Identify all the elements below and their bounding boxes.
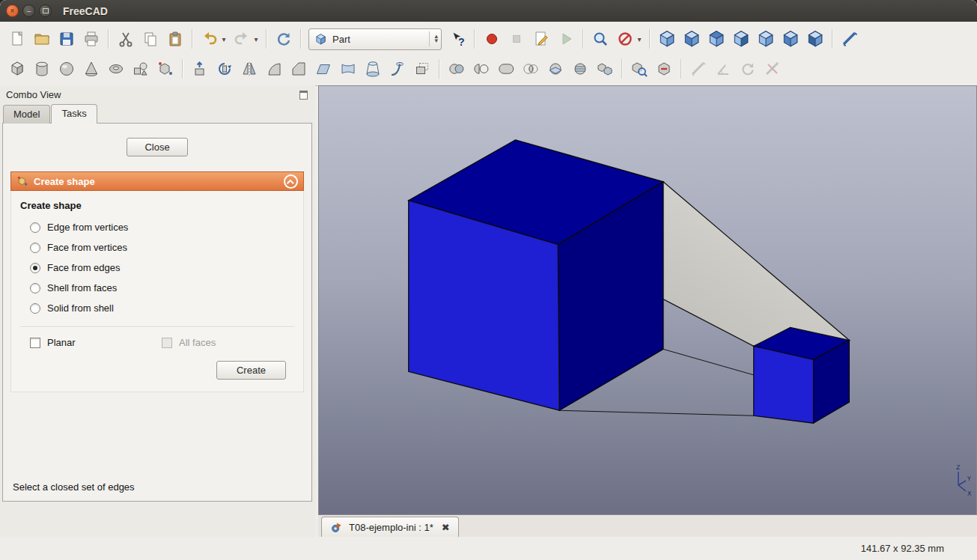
toolbar-separator: [582, 29, 583, 49]
boolean-button[interactable]: [444, 57, 469, 81]
window-maximize-button[interactable]: [39, 4, 52, 17]
view-rear-button[interactable]: [753, 27, 778, 51]
create-shape-section-header[interactable]: Create shape: [10, 171, 304, 191]
print-button[interactable]: [79, 27, 103, 51]
close-document-icon[interactable]: ✖: [442, 522, 450, 533]
collapse-section-icon[interactable]: [284, 174, 298, 189]
sweep-button[interactable]: [385, 57, 410, 81]
view-front-button[interactable]: [679, 27, 704, 51]
new-document-button[interactable]: [4, 27, 29, 51]
chamfer-button[interactable]: [286, 57, 311, 81]
fit-all-button[interactable]: [588, 27, 612, 51]
cut-boolean-icon: [472, 60, 490, 78]
measure-refresh-button[interactable]: [735, 57, 760, 81]
macro-edit-button[interactable]: [529, 27, 553, 51]
draw-style-button[interactable]: [612, 27, 637, 51]
window-minimize-button[interactable]: –: [22, 4, 35, 17]
draw-style-dropdown[interactable]: ▾: [635, 35, 644, 43]
radio-face-from-vertices[interactable]: Face from vertices: [20, 237, 294, 258]
undo-icon: [201, 30, 219, 48]
copy-button[interactable]: [138, 27, 162, 51]
loft-button[interactable]: [360, 57, 385, 81]
document-tab[interactable]: T08-ejemplo-ini : 1* ✖: [321, 517, 459, 537]
paste-button[interactable]: [162, 27, 187, 51]
save-button[interactable]: [54, 27, 79, 51]
3d-viewport[interactable]: Z Y X: [318, 85, 977, 515]
radio-icon: [30, 243, 40, 253]
redo-button[interactable]: [229, 27, 254, 51]
tab-model[interactable]: Model: [3, 105, 50, 124]
close-task-button[interactable]: Close: [127, 138, 187, 156]
toolbar-separator: [649, 29, 650, 49]
macro-execute-button[interactable]: [553, 27, 578, 51]
offset-button[interactable]: [410, 57, 434, 81]
radio-edge-from-vertices[interactable]: Edge from vertices: [20, 217, 294, 237]
sphere-button[interactable]: [54, 57, 79, 81]
small-cube-front-face[interactable]: [754, 346, 814, 423]
macro-record-button[interactable]: [479, 27, 504, 51]
macro-edit-icon: [532, 30, 550, 48]
measure-distance-button[interactable]: [837, 27, 862, 51]
measure-angular-button[interactable]: [710, 57, 735, 81]
all-faces-checkbox[interactable]: All faces: [162, 337, 293, 348]
planar-checkbox[interactable]: Planar: [30, 337, 162, 348]
measure-angular-icon: [714, 60, 732, 78]
refresh-button[interactable]: [271, 27, 296, 51]
check-geometry-button[interactable]: [627, 57, 651, 81]
standard-toolbar: ▾ ▾ Part ▴▾ ? ▾: [4, 25, 977, 53]
open-folder-icon: [33, 30, 51, 48]
macro-stop-button[interactable]: [504, 27, 529, 51]
view-top-button[interactable]: [704, 27, 728, 51]
task-section-title: Create shape: [34, 176, 95, 187]
section-button[interactable]: [543, 57, 567, 81]
extrude-button[interactable]: [187, 57, 212, 81]
fillet-button[interactable]: [261, 57, 286, 81]
create-button[interactable]: Create: [216, 361, 286, 380]
ruled-surface-button[interactable]: [335, 57, 360, 81]
defeaturing-button[interactable]: [651, 57, 676, 81]
undo-dropdown[interactable]: ▾: [219, 35, 228, 43]
revolve-button[interactable]: [212, 57, 237, 81]
open-button[interactable]: [29, 27, 54, 51]
radio-face-from-edges[interactable]: Face from edges: [20, 258, 294, 278]
stop-icon: [508, 30, 526, 48]
create-primitives-button[interactable]: [128, 57, 153, 81]
radio-icon: [30, 303, 40, 314]
union-button[interactable]: [493, 57, 518, 81]
workbench-spinner[interactable]: ▴▾: [429, 31, 438, 46]
make-face-button[interactable]: [311, 57, 335, 81]
axis-x-label: X: [967, 490, 972, 497]
cross-sections-button[interactable]: [567, 57, 592, 81]
view-isometric-button[interactable]: [654, 27, 679, 51]
workbench-selector[interactable]: Part ▴▾: [308, 28, 442, 50]
float-panel-button[interactable]: [298, 89, 309, 100]
view-bottom-icon: [781, 29, 800, 49]
create-primitives-icon: [132, 60, 150, 78]
make-compound-button[interactable]: [592, 57, 617, 81]
box-button[interactable]: [4, 57, 29, 81]
view-bottom-button[interactable]: [778, 27, 803, 51]
cylinder-button[interactable]: [29, 57, 54, 81]
tab-tasks[interactable]: Tasks: [51, 104, 97, 124]
mirror-button[interactable]: [237, 57, 261, 81]
radio-shell-from-faces[interactable]: Shell from faces: [20, 278, 294, 298]
window-close-button[interactable]: ×: [6, 4, 19, 17]
3d-scene: Z Y X: [319, 86, 976, 514]
shape-builder-button[interactable]: [153, 57, 177, 81]
view-left-button[interactable]: [803, 27, 827, 51]
toolbar-separator: [832, 29, 833, 49]
radio-label: Face from edges: [47, 262, 121, 273]
measure-toggle-button[interactable]: [760, 57, 785, 81]
torus-button[interactable]: [103, 57, 128, 81]
intersection-button[interactable]: [518, 57, 543, 81]
view-right-button[interactable]: [728, 27, 753, 51]
whats-this-button[interactable]: ?: [445, 27, 469, 51]
undo-button[interactable]: [197, 27, 222, 51]
cone-button[interactable]: [79, 57, 103, 81]
measure-linear-button[interactable]: [686, 57, 710, 81]
fillet-icon: [265, 60, 283, 78]
checkbox-label: All faces: [179, 337, 216, 348]
cut-boolean-button[interactable]: [469, 57, 493, 81]
radio-solid-from-shell[interactable]: Solid from shell: [20, 298, 294, 318]
cut-button[interactable]: [113, 27, 138, 51]
